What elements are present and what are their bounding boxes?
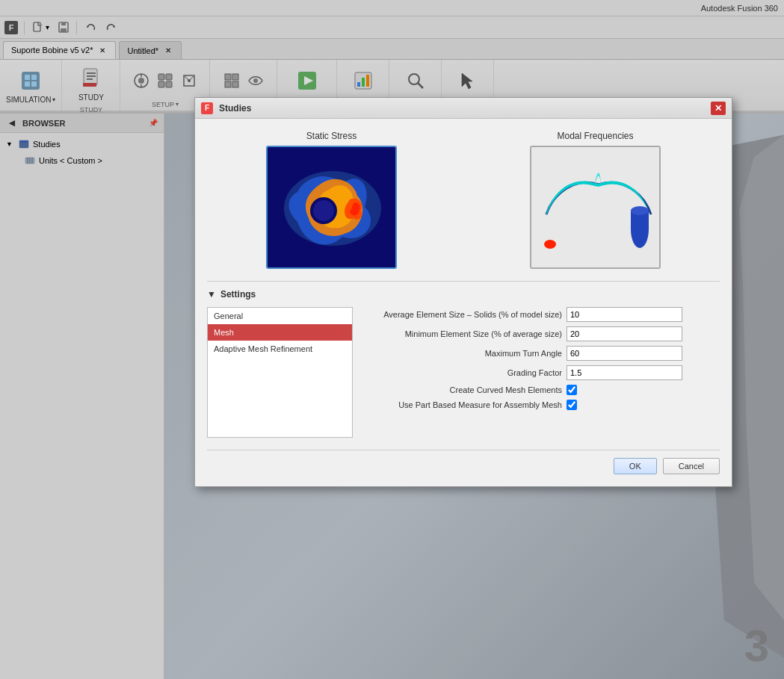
dialog-icon: F xyxy=(201,102,213,114)
ok-button[interactable]: OK xyxy=(614,458,657,474)
study-card-modal[interactable]: Modal Frequencies xyxy=(471,131,720,269)
curved-mesh-label: Create Curved Mesh Elements xyxy=(360,385,562,394)
settings-form: Average Element Size – Solids (% of mode… xyxy=(360,307,720,438)
dialog-title: Studies xyxy=(219,103,251,114)
avg-element-size-label: Average Element Size – Solids (% of mode… xyxy=(360,310,562,319)
form-row-max-turn-angle: Maximum Turn Angle xyxy=(360,346,720,361)
max-turn-angle-input[interactable] xyxy=(567,346,682,361)
settings-list: General Mesh Adaptive Mesh Refinement xyxy=(207,307,353,438)
settings-section: ▼ Settings General Mesh Adaptive Mesh Re… xyxy=(207,281,720,438)
settings-content: General Mesh Adaptive Mesh Refinement Av… xyxy=(207,307,720,438)
min-element-size-label: Minimum Element Size (% of average size) xyxy=(360,329,562,338)
svg-point-57 xyxy=(631,206,649,215)
part-based-label: Use Part Based Measure for Assembly Mesh xyxy=(360,400,562,409)
part-based-checkbox[interactable] xyxy=(567,400,577,410)
static-stress-label: Static Stress xyxy=(306,131,356,141)
grading-factor-input[interactable] xyxy=(567,365,682,380)
dialog-titlebar: F Studies ✕ xyxy=(195,98,732,119)
settings-label: Settings xyxy=(220,289,256,300)
form-row-min-element-size: Minimum Element Size (% of average size) xyxy=(360,326,720,341)
cancel-button[interactable]: Cancel xyxy=(663,458,720,474)
form-row-grading-factor: Grading Factor xyxy=(360,365,720,380)
dialog-body: Static Stress xyxy=(195,119,732,486)
study-cards-container: Static Stress xyxy=(207,131,720,269)
studies-dialog: F Studies ✕ Static Stress xyxy=(194,97,732,487)
modal-frequencies-label: Modal Frequencies xyxy=(557,131,633,141)
modal-frequencies-image xyxy=(531,147,661,269)
svg-point-58 xyxy=(544,240,556,249)
static-stress-thumbnail[interactable] xyxy=(266,146,397,269)
min-element-size-input[interactable] xyxy=(567,326,682,341)
svg-point-52 xyxy=(313,200,334,221)
settings-item-adaptive[interactable]: Adaptive Mesh Refinement xyxy=(208,341,352,357)
settings-header[interactable]: ▼ Settings xyxy=(207,289,720,300)
form-row-part-based: Use Part Based Measure for Assembly Mesh xyxy=(360,400,720,410)
dialog-overlay: F Studies ✕ Static Stress xyxy=(0,0,784,679)
max-turn-angle-label: Maximum Turn Angle xyxy=(360,349,562,358)
study-card-static-stress[interactable]: Static Stress xyxy=(207,131,456,269)
avg-element-size-input[interactable] xyxy=(567,307,682,322)
static-stress-image xyxy=(268,147,397,269)
form-row-curved-mesh: Create Curved Mesh Elements xyxy=(360,385,720,395)
dialog-buttons: OK Cancel xyxy=(207,450,720,474)
form-row-avg-element-size: Average Element Size – Solids (% of mode… xyxy=(360,307,720,322)
modal-frequencies-thumbnail[interactable] xyxy=(530,146,661,269)
settings-collapse-arrow: ▼ xyxy=(207,289,216,300)
settings-item-general[interactable]: General xyxy=(208,308,352,324)
grading-factor-label: Grading Factor xyxy=(360,368,562,377)
dialog-close-button[interactable]: ✕ xyxy=(711,102,726,115)
curved-mesh-checkbox[interactable] xyxy=(567,385,577,395)
settings-item-mesh[interactable]: Mesh xyxy=(208,324,352,341)
